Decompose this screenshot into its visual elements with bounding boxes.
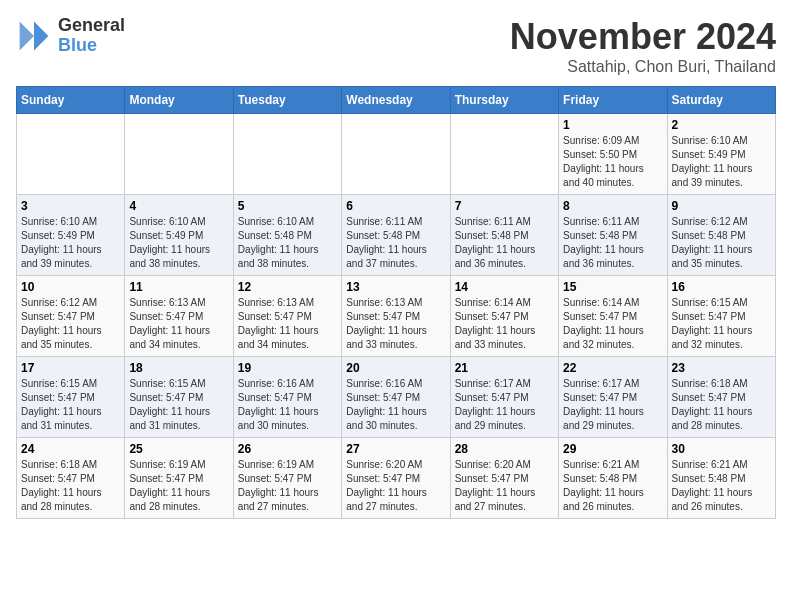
weekday-header: Sunday bbox=[17, 87, 125, 114]
day-info: Sunrise: 6:13 AM Sunset: 5:47 PM Dayligh… bbox=[238, 296, 337, 352]
calendar-cell: 17Sunrise: 6:15 AM Sunset: 5:47 PM Dayli… bbox=[17, 357, 125, 438]
day-info: Sunrise: 6:17 AM Sunset: 5:47 PM Dayligh… bbox=[455, 377, 554, 433]
day-info: Sunrise: 6:19 AM Sunset: 5:47 PM Dayligh… bbox=[238, 458, 337, 514]
day-number: 30 bbox=[672, 442, 771, 456]
calendar-cell bbox=[342, 114, 450, 195]
day-number: 12 bbox=[238, 280, 337, 294]
day-number: 20 bbox=[346, 361, 445, 375]
day-info: Sunrise: 6:10 AM Sunset: 5:49 PM Dayligh… bbox=[129, 215, 228, 271]
day-number: 27 bbox=[346, 442, 445, 456]
calendar-cell: 19Sunrise: 6:16 AM Sunset: 5:47 PM Dayli… bbox=[233, 357, 341, 438]
calendar-cell: 27Sunrise: 6:20 AM Sunset: 5:47 PM Dayli… bbox=[342, 438, 450, 519]
weekday-header: Saturday bbox=[667, 87, 775, 114]
day-number: 2 bbox=[672, 118, 771, 132]
calendar-cell: 4Sunrise: 6:10 AM Sunset: 5:49 PM Daylig… bbox=[125, 195, 233, 276]
calendar-cell: 9Sunrise: 6:12 AM Sunset: 5:48 PM Daylig… bbox=[667, 195, 775, 276]
day-info: Sunrise: 6:20 AM Sunset: 5:47 PM Dayligh… bbox=[346, 458, 445, 514]
calendar-cell: 18Sunrise: 6:15 AM Sunset: 5:47 PM Dayli… bbox=[125, 357, 233, 438]
day-info: Sunrise: 6:12 AM Sunset: 5:48 PM Dayligh… bbox=[672, 215, 771, 271]
calendar-header: SundayMondayTuesdayWednesdayThursdayFrid… bbox=[17, 87, 776, 114]
day-number: 21 bbox=[455, 361, 554, 375]
day-number: 18 bbox=[129, 361, 228, 375]
calendar-body: 1Sunrise: 6:09 AM Sunset: 5:50 PM Daylig… bbox=[17, 114, 776, 519]
day-number: 22 bbox=[563, 361, 662, 375]
day-info: Sunrise: 6:15 AM Sunset: 5:47 PM Dayligh… bbox=[672, 296, 771, 352]
day-number: 26 bbox=[238, 442, 337, 456]
calendar-cell bbox=[233, 114, 341, 195]
day-info: Sunrise: 6:11 AM Sunset: 5:48 PM Dayligh… bbox=[563, 215, 662, 271]
day-number: 19 bbox=[238, 361, 337, 375]
weekday-header: Wednesday bbox=[342, 87, 450, 114]
calendar-cell: 6Sunrise: 6:11 AM Sunset: 5:48 PM Daylig… bbox=[342, 195, 450, 276]
month-title: November 2024 bbox=[510, 16, 776, 58]
day-number: 3 bbox=[21, 199, 120, 213]
calendar-cell: 11Sunrise: 6:13 AM Sunset: 5:47 PM Dayli… bbox=[125, 276, 233, 357]
day-info: Sunrise: 6:21 AM Sunset: 5:48 PM Dayligh… bbox=[672, 458, 771, 514]
calendar-cell: 12Sunrise: 6:13 AM Sunset: 5:47 PM Dayli… bbox=[233, 276, 341, 357]
day-info: Sunrise: 6:13 AM Sunset: 5:47 PM Dayligh… bbox=[129, 296, 228, 352]
weekday-header: Friday bbox=[559, 87, 667, 114]
day-info: Sunrise: 6:10 AM Sunset: 5:48 PM Dayligh… bbox=[238, 215, 337, 271]
day-number: 11 bbox=[129, 280, 228, 294]
calendar-week-row: 3Sunrise: 6:10 AM Sunset: 5:49 PM Daylig… bbox=[17, 195, 776, 276]
location: Sattahip, Chon Buri, Thailand bbox=[510, 58, 776, 76]
logo-general: General bbox=[58, 16, 125, 36]
day-number: 28 bbox=[455, 442, 554, 456]
calendar-cell: 23Sunrise: 6:18 AM Sunset: 5:47 PM Dayli… bbox=[667, 357, 775, 438]
page-header: General Blue November 2024 Sattahip, Cho… bbox=[16, 16, 776, 76]
day-number: 24 bbox=[21, 442, 120, 456]
day-number: 9 bbox=[672, 199, 771, 213]
calendar-cell: 26Sunrise: 6:19 AM Sunset: 5:47 PM Dayli… bbox=[233, 438, 341, 519]
day-info: Sunrise: 6:13 AM Sunset: 5:47 PM Dayligh… bbox=[346, 296, 445, 352]
calendar-cell bbox=[125, 114, 233, 195]
day-info: Sunrise: 6:15 AM Sunset: 5:47 PM Dayligh… bbox=[21, 377, 120, 433]
calendar-cell: 8Sunrise: 6:11 AM Sunset: 5:48 PM Daylig… bbox=[559, 195, 667, 276]
day-info: Sunrise: 6:18 AM Sunset: 5:47 PM Dayligh… bbox=[21, 458, 120, 514]
calendar-cell bbox=[450, 114, 558, 195]
title-block: November 2024 Sattahip, Chon Buri, Thail… bbox=[510, 16, 776, 76]
day-info: Sunrise: 6:14 AM Sunset: 5:47 PM Dayligh… bbox=[455, 296, 554, 352]
day-info: Sunrise: 6:10 AM Sunset: 5:49 PM Dayligh… bbox=[21, 215, 120, 271]
weekday-row: SundayMondayTuesdayWednesdayThursdayFrid… bbox=[17, 87, 776, 114]
logo-text: General Blue bbox=[58, 16, 125, 56]
calendar-cell: 14Sunrise: 6:14 AM Sunset: 5:47 PM Dayli… bbox=[450, 276, 558, 357]
day-info: Sunrise: 6:14 AM Sunset: 5:47 PM Dayligh… bbox=[563, 296, 662, 352]
logo: General Blue bbox=[16, 16, 125, 56]
day-number: 29 bbox=[563, 442, 662, 456]
day-info: Sunrise: 6:18 AM Sunset: 5:47 PM Dayligh… bbox=[672, 377, 771, 433]
day-number: 5 bbox=[238, 199, 337, 213]
day-number: 13 bbox=[346, 280, 445, 294]
weekday-header: Monday bbox=[125, 87, 233, 114]
day-number: 8 bbox=[563, 199, 662, 213]
calendar-cell: 5Sunrise: 6:10 AM Sunset: 5:48 PM Daylig… bbox=[233, 195, 341, 276]
day-info: Sunrise: 6:15 AM Sunset: 5:47 PM Dayligh… bbox=[129, 377, 228, 433]
day-info: Sunrise: 6:10 AM Sunset: 5:49 PM Dayligh… bbox=[672, 134, 771, 190]
day-info: Sunrise: 6:12 AM Sunset: 5:47 PM Dayligh… bbox=[21, 296, 120, 352]
calendar-cell: 24Sunrise: 6:18 AM Sunset: 5:47 PM Dayli… bbox=[17, 438, 125, 519]
day-number: 23 bbox=[672, 361, 771, 375]
calendar-week-row: 10Sunrise: 6:12 AM Sunset: 5:47 PM Dayli… bbox=[17, 276, 776, 357]
calendar-cell: 20Sunrise: 6:16 AM Sunset: 5:47 PM Dayli… bbox=[342, 357, 450, 438]
day-number: 7 bbox=[455, 199, 554, 213]
calendar-cell: 25Sunrise: 6:19 AM Sunset: 5:47 PM Dayli… bbox=[125, 438, 233, 519]
day-info: Sunrise: 6:11 AM Sunset: 5:48 PM Dayligh… bbox=[455, 215, 554, 271]
day-info: Sunrise: 6:21 AM Sunset: 5:48 PM Dayligh… bbox=[563, 458, 662, 514]
calendar-cell bbox=[17, 114, 125, 195]
day-info: Sunrise: 6:09 AM Sunset: 5:50 PM Dayligh… bbox=[563, 134, 662, 190]
day-number: 14 bbox=[455, 280, 554, 294]
calendar-cell: 3Sunrise: 6:10 AM Sunset: 5:49 PM Daylig… bbox=[17, 195, 125, 276]
day-number: 1 bbox=[563, 118, 662, 132]
calendar-cell: 21Sunrise: 6:17 AM Sunset: 5:47 PM Dayli… bbox=[450, 357, 558, 438]
calendar-cell: 30Sunrise: 6:21 AM Sunset: 5:48 PM Dayli… bbox=[667, 438, 775, 519]
day-number: 15 bbox=[563, 280, 662, 294]
calendar-cell: 29Sunrise: 6:21 AM Sunset: 5:48 PM Dayli… bbox=[559, 438, 667, 519]
calendar-cell: 28Sunrise: 6:20 AM Sunset: 5:47 PM Dayli… bbox=[450, 438, 558, 519]
day-info: Sunrise: 6:17 AM Sunset: 5:47 PM Dayligh… bbox=[563, 377, 662, 433]
calendar-cell: 22Sunrise: 6:17 AM Sunset: 5:47 PM Dayli… bbox=[559, 357, 667, 438]
day-info: Sunrise: 6:16 AM Sunset: 5:47 PM Dayligh… bbox=[346, 377, 445, 433]
day-number: 16 bbox=[672, 280, 771, 294]
svg-marker-1 bbox=[20, 21, 34, 50]
calendar-cell: 16Sunrise: 6:15 AM Sunset: 5:47 PM Dayli… bbox=[667, 276, 775, 357]
logo-blue: Blue bbox=[58, 36, 125, 56]
logo-icon bbox=[16, 18, 52, 54]
